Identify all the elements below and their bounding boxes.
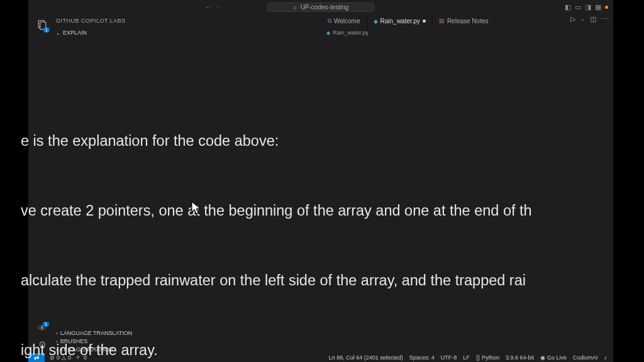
run-icon[interactable]: ▷ <box>570 15 575 23</box>
workspace-name: UP-codes-testing <box>301 4 349 11</box>
more-actions-icon[interactable]: ⋯ <box>601 15 608 23</box>
nav-forward-icon[interactable]: → <box>214 3 222 11</box>
chevron-down-icon: ⌄ <box>56 30 60 36</box>
tab-welcome[interactable]: ⧉ Welcome <box>321 14 367 28</box>
explorer-badge: 1 <box>43 27 50 33</box>
tab-rain-water[interactable]: ◆ Rain_water.py <box>367 14 433 28</box>
explorer-icon[interactable]: 1 <box>36 19 48 31</box>
chevron-down-icon[interactable]: ⌄ <box>580 16 585 22</box>
search-icon: ⌕ <box>293 4 297 11</box>
copilot-explanation-text: e is the explanation for the code above:… <box>0 83 616 362</box>
breadcrumb-file: Rain_water.py <box>333 30 369 36</box>
activity-bar: 1 <box>28 14 56 31</box>
sidebar-section-explain[interactable]: ⌄ EXPLAIN <box>28 28 613 38</box>
explain-label: EXPLAIN <box>63 30 87 36</box>
dirty-indicator-icon <box>423 19 426 23</box>
title-bar: ← → ⌕ UP-codes-testing ◧ ▭ ◨ ▦ <box>28 0 613 14</box>
editor-actions: ▷ ⌄ ◫ ⋯ <box>570 15 608 23</box>
sidebar-title: GITHUB COPILOT LABS <box>56 18 126 24</box>
breadcrumb[interactable]: ◆ Rain_water.py <box>321 28 369 38</box>
nav-back-icon[interactable]: ← <box>204 3 212 11</box>
layout-customize-icon[interactable]: ▦ <box>595 3 601 11</box>
split-editor-icon[interactable]: ◫ <box>590 15 596 23</box>
notes-icon: ▤ <box>439 18 445 24</box>
python-icon: ◆ <box>326 30 330 36</box>
notification-dot-icon <box>605 6 608 9</box>
layout-sidebar-left-icon[interactable]: ◧ <box>565 3 571 11</box>
vscode-icon: ⧉ <box>328 18 331 25</box>
tab-release-notes[interactable]: ▤ Release Notes <box>433 14 496 28</box>
editor-tabs: ⧉ Welcome ◆ Rain_water.py ▤ Release Note… <box>321 14 613 28</box>
command-center[interactable]: ⌕ UP-codes-testing <box>267 3 374 12</box>
python-icon: ◆ <box>374 18 378 25</box>
layout-sidebar-right-icon[interactable]: ◨ <box>585 3 591 11</box>
layout-panel-icon[interactable]: ▭ <box>575 3 581 11</box>
